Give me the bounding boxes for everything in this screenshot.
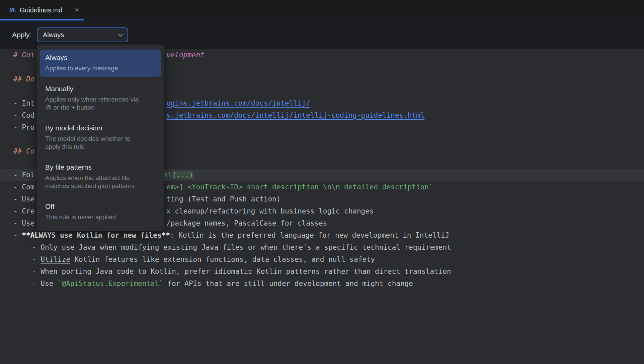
h1-fragment-right: velopment	[166, 49, 205, 61]
apply-mode-value: Always	[43, 31, 64, 39]
list-item-fragment: - Int	[13, 97, 34, 109]
editor-tab-bar: M↓ Guidelines.md ×	[0, 0, 644, 20]
option-description: Applies only when referenced via @ or th…	[45, 96, 144, 112]
code-fragment: sl(...)	[164, 169, 193, 181]
h2-fragment: ## Do	[13, 73, 34, 85]
dropdown-option-off[interactable]: Off This rule is never applied	[40, 198, 161, 226]
list-item-fragment: - Use	[13, 193, 34, 205]
markdown-file-icon: M↓	[9, 7, 16, 13]
text-fragment: - Only use Java when modifying existing …	[32, 241, 451, 253]
option-title: Manually	[45, 84, 156, 93]
link-coding-guidelines[interactable]: s.jetbrains.com/docs/intellij/intellij-c…	[166, 109, 424, 121]
bold-fragment: **ALWAYS use Kotlin for new files**	[22, 231, 170, 239]
option-title: Off	[45, 202, 156, 211]
dropdown-option-always[interactable]: Always Applies to every message	[40, 50, 161, 77]
inline-link-fragment[interactable]: sl	[164, 171, 172, 179]
text-fragment: - Utilize Kotlin features like extension…	[32, 253, 375, 265]
apply-mode-dropdown: Always Applies to every message Manually…	[37, 45, 164, 231]
option-description: Applies to every message	[45, 64, 144, 72]
list-item-fragment: - Cod	[13, 109, 34, 121]
text-fragment: - Use `@ApiStatus.Experimental` for APIs…	[32, 278, 413, 290]
list-item-fragment: - Pro	[13, 121, 34, 133]
apply-mode-select[interactable]: Always	[37, 27, 128, 42]
ide-window: M↓ Guidelines.md × Apply: Always # Gui v…	[0, 0, 644, 364]
option-description: This rule is never applied	[45, 213, 144, 221]
chevron-down-icon	[118, 32, 123, 37]
close-tab-icon[interactable]: ×	[75, 6, 79, 14]
tab-guidelines-md[interactable]: M↓ Guidelines.md ×	[0, 0, 84, 20]
option-description: The model decides whether to apply this …	[45, 135, 144, 151]
text-fragment: - When porting Java code to Kotlin, pref…	[32, 265, 451, 278]
tab-title: Guidelines.md	[20, 6, 63, 14]
code-span-fragment: `@ApiStatus.Experimental`	[58, 280, 163, 288]
brace-match-highlight: (...)	[172, 171, 193, 179]
text-fragment: x cleanup/refactoring with business logi…	[166, 205, 374, 217]
list-item-fragment: - Com	[13, 181, 34, 193]
text-fragment: ting (Test and Push action)	[166, 193, 280, 205]
dropdown-option-by-file-patterns[interactable]: By file patterns Applies when the attach…	[40, 159, 161, 194]
spellcheck-underline: Utilize	[41, 255, 70, 263]
editor-line-only-java: - Only use Java when modifying existing …	[0, 241, 644, 253]
h2-fragment: ## Co	[13, 145, 34, 157]
h1-fragment-left: # Gui	[13, 49, 34, 61]
list-item-fragment: - Fol	[13, 169, 34, 181]
list-item-fragment: - Cre	[13, 205, 34, 217]
dropdown-option-manually[interactable]: Manually Applies only when referenced vi…	[40, 81, 161, 116]
option-title: By model decision	[45, 124, 156, 132]
dropdown-option-by-model-decision[interactable]: By model decision The model decides whet…	[40, 120, 161, 155]
apply-label: Apply:	[12, 20, 31, 49]
link-intellij-docs[interactable]: ugins.jetbrains.com/docs/intellij/	[166, 97, 310, 109]
text-fragment: /package names, PascalCase for classes	[166, 217, 327, 229]
option-description: Applies when the attached file matches s…	[45, 174, 144, 190]
code-span-fragment: em>] <YouTrack-ID> short description \n\…	[166, 181, 433, 193]
option-title: Always	[45, 53, 156, 62]
editor-line-apistatus: - Use `@ApiStatus.Experimental` for APIs…	[0, 278, 644, 290]
option-title: By file patterns	[45, 163, 156, 172]
editor-line-porting: - When porting Java code to Kotlin, pref…	[0, 265, 644, 278]
list-item-fragment: - Use	[13, 217, 34, 229]
editor-line-utilize: - Utilize Kotlin features like extension…	[0, 253, 644, 265]
